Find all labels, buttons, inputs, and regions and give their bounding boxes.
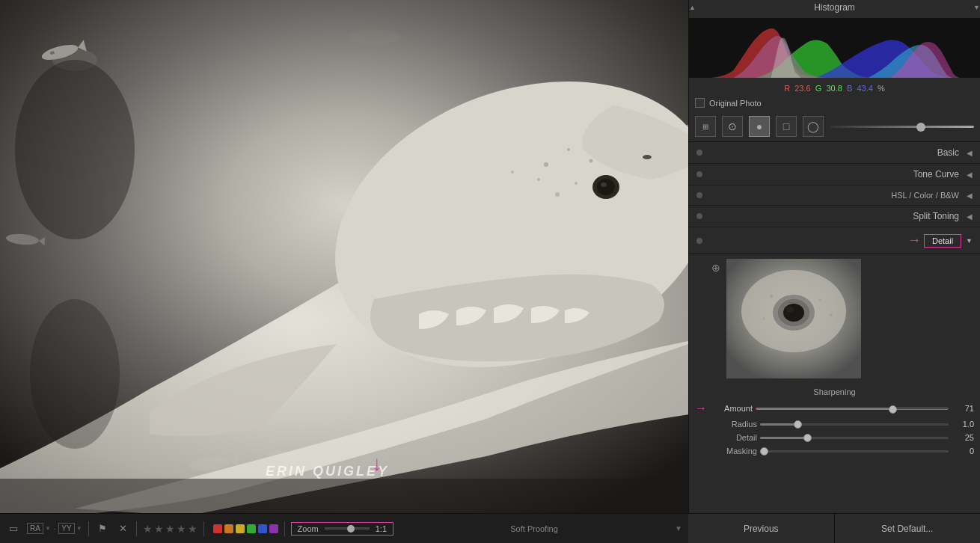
- star-3[interactable]: ★: [165, 523, 175, 535]
- star-4[interactable]: ★: [177, 523, 186, 535]
- separator-3: [203, 521, 204, 536]
- set-default-button[interactable]: Set Default...: [835, 514, 981, 543]
- right-panel: ▲ Histogram ▼: [688, 0, 980, 513]
- preview-area: ⊕: [689, 254, 980, 383]
- tool-slider-track[interactable]: [830, 126, 974, 128]
- separator-4: [284, 521, 285, 536]
- svg-point-36: [783, 304, 804, 322]
- square-bottom-icon[interactable]: ▭: [6, 521, 21, 536]
- svg-point-21: [589, 159, 593, 163]
- star-2[interactable]: ★: [154, 523, 164, 535]
- tone-curve-panel-label: Tone Curve: [708, 169, 967, 180]
- histogram-svg: [689, 18, 980, 78]
- radius-slider-track[interactable]: [760, 423, 949, 426]
- yellow-label[interactable]: [236, 524, 245, 533]
- star-5[interactable]: ★: [188, 523, 197, 535]
- svg-point-37: [786, 307, 794, 313]
- g-value: 30.8: [826, 84, 842, 93]
- svg-point-3: [348, 30, 400, 45]
- b-label: B: [847, 84, 852, 93]
- radius-value: 1.0: [952, 420, 974, 429]
- tool-slider-thumb[interactable]: [916, 123, 925, 132]
- original-photo-row[interactable]: Original Photo: [689, 94, 980, 111]
- detail-slider-label: Detail: [716, 433, 757, 442]
- histogram-dropdown-icon[interactable]: ▼: [973, 4, 980, 11]
- flag-icon[interactable]: ⚑: [95, 521, 110, 536]
- amount-arrow-annotation: →: [695, 402, 707, 415]
- preview-thumbnail[interactable]: [726, 259, 861, 378]
- purple-label[interactable]: [269, 524, 278, 533]
- r-label: R: [784, 84, 790, 93]
- masking-value: 0: [952, 447, 974, 455]
- radius-slider-fill: [760, 423, 797, 426]
- blue-label[interactable]: [258, 524, 267, 533]
- preview-settings-icon[interactable]: ⊕: [711, 262, 720, 274]
- hsl-panel-label: HSL / Color / B&W: [891, 191, 959, 200]
- histogram-title: Histogram: [814, 2, 855, 13]
- detail-slider-thumb[interactable]: [803, 434, 812, 442]
- amount-slider-track[interactable]: [756, 408, 949, 410]
- svg-point-23: [555, 192, 560, 197]
- radius-label: Radius: [716, 420, 757, 429]
- left-bottom-toolbar: ▭ RA ▼ · YY ▼ ⚑ ✕ ★ ★ ★ ★ ★: [0, 513, 688, 543]
- green-label[interactable]: [247, 524, 256, 533]
- bottom-dropdown-icon[interactable]: ▼: [675, 524, 682, 533]
- rgb-values: R 23.6 G 30.8 B 43.4 %: [689, 81, 980, 94]
- zoom-label: Zoom: [298, 524, 319, 533]
- detail-dropdown-icon[interactable]: ▼: [966, 237, 973, 245]
- zoom-thumb[interactable]: [347, 525, 355, 533]
- masking-slider-track[interactable]: [760, 450, 949, 452]
- split-toning-panel-dot: [696, 213, 702, 219]
- x-icon[interactable]: ✕: [116, 521, 130, 536]
- masking-label: Masking: [716, 447, 757, 455]
- basic-panel-row[interactable]: Basic ◀: [689, 142, 980, 164]
- svg-point-40: [819, 299, 821, 301]
- hsl-panel-dot: [696, 192, 702, 198]
- zoom-slider[interactable]: [325, 527, 370, 530]
- masking-slider-row: Masking 0: [695, 444, 974, 458]
- grid-tool-icon[interactable]: ⊞: [695, 116, 716, 137]
- ra-yy-group: RA ▼ · YY ▼: [27, 523, 82, 534]
- detail-panel-button[interactable]: Detail: [924, 234, 961, 248]
- basic-panel-dot: [696, 150, 702, 156]
- tone-curve-panel-row[interactable]: Tone Curve ◀: [689, 164, 980, 185]
- b-value: 43.4: [857, 84, 873, 93]
- star-rating[interactable]: ★ ★ ★ ★ ★: [143, 523, 197, 535]
- separator-1: [88, 521, 89, 536]
- amount-slider-thumb[interactable]: [889, 405, 897, 414]
- star-1[interactable]: ★: [143, 523, 153, 535]
- yy-button[interactable]: YY: [58, 523, 74, 534]
- radius-slider-thumb[interactable]: [794, 420, 802, 429]
- histogram-chart: [689, 18, 980, 78]
- percent-sign: %: [878, 84, 885, 93]
- circle-dot-tool-icon[interactable]: ⊙: [722, 116, 743, 137]
- split-toning-panel-row[interactable]: Split Toning ◀: [689, 206, 980, 227]
- yy-dropdown[interactable]: ▼: [76, 525, 82, 532]
- masking-slider-thumb[interactable]: [760, 447, 768, 455]
- hsl-panel-row[interactable]: HSL / Color / B&W ◀: [689, 185, 980, 206]
- amount-slider-fill: [756, 408, 892, 409]
- previous-button[interactable]: Previous: [688, 514, 835, 543]
- svg-point-20: [567, 148, 570, 151]
- zoom-control[interactable]: Zoom 1:1: [291, 522, 393, 536]
- split-toning-panel-arrow: ◀: [967, 212, 973, 221]
- tool-slider-container: [830, 126, 974, 128]
- color-labels: [213, 524, 278, 533]
- red-label[interactable]: [213, 524, 222, 533]
- orange-label[interactable]: [224, 524, 233, 533]
- circle-tool-icon[interactable]: ●: [749, 116, 770, 137]
- ellipse-tool-icon[interactable]: ◯: [803, 116, 824, 137]
- sharpening-section: Sharpening → Amount 71 Radius 1.0: [689, 383, 980, 458]
- detail-slider-track[interactable]: [760, 437, 949, 439]
- square-tool-icon[interactable]: □: [776, 116, 797, 137]
- tone-curve-panel-arrow: ◀: [967, 171, 973, 179]
- detail-slider-fill: [760, 437, 807, 439]
- svg-point-25: [511, 171, 514, 174]
- histogram-triangle-up[interactable]: ▲: [689, 4, 696, 11]
- original-photo-checkbox[interactable]: [695, 98, 705, 108]
- right-panel-bottom: Previous Set Default...: [688, 513, 980, 543]
- detail-panel-row[interactable]: → Detail ▼: [689, 227, 980, 254]
- preview-controls: ⊕: [711, 259, 720, 274]
- ra-dropdown[interactable]: ▼: [45, 525, 51, 532]
- ra-button[interactable]: RA: [27, 523, 43, 534]
